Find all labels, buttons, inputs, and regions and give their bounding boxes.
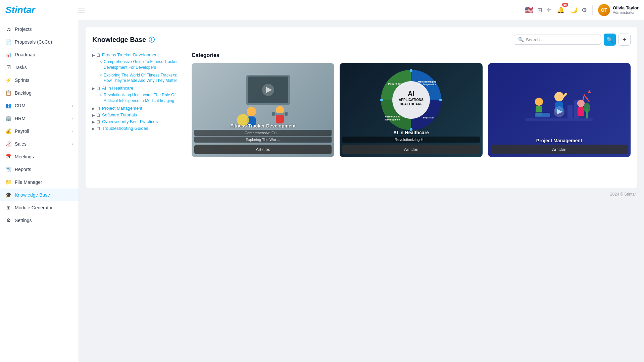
tree-child-label[interactable]: Exploring The World Of Fitness Trackers:… <box>104 72 186 84</box>
tree-item-label-sw[interactable]: Software Tutorials <box>102 112 137 117</box>
svg-text:Medical Imaging: Medical Imaging <box>418 81 436 83</box>
sidebar-item-label: Sales <box>15 141 68 147</box>
tree-item-label-fitness[interactable]: Fitness Tracker Development <box>102 52 159 57</box>
info-icon[interactable]: ℹ <box>149 37 155 43</box>
sidebar-item-hrm[interactable]: 🏢 HRM › <box>0 112 79 125</box>
hamburger-menu[interactable] <box>78 8 85 12</box>
svg-point-36 <box>535 98 543 106</box>
svg-text:APPLICATIONS: APPLICATIONS <box>399 98 424 102</box>
snippet-item: Exploring The Wor ... <box>194 137 332 143</box>
sidebar-item-file-manager[interactable]: 📁 File Manager <box>0 176 79 189</box>
sidebar-item-payroll[interactable]: 💰 Payroll › <box>0 125 79 138</box>
sidebar-item-crm[interactable]: 👥 CRM › <box>0 99 79 112</box>
page-title: Knowledge Base <box>92 36 146 44</box>
hrm-icon: 🏢 <box>5 115 11 121</box>
tree-item-label-trouble[interactable]: Troubleshooting Guides <box>102 126 148 131</box>
sidebar-item-sprints[interactable]: ⚡ Sprints <box>0 74 79 87</box>
folder-icon: 🗒 <box>96 86 101 91</box>
chevron-right-icon: › <box>72 142 73 146</box>
sidebar-item-reports[interactable]: 📉 Reports <box>0 163 79 176</box>
folder-icon: 🗒 <box>96 119 101 124</box>
add-button[interactable]: + <box>618 34 631 46</box>
svg-point-25 <box>410 69 412 72</box>
tree-child-label[interactable]: Revolutionizing Healthcare: The Role Of … <box>104 92 186 104</box>
backlog-icon: 📋 <box>5 90 11 96</box>
tree-item-header-fitness[interactable]: ▶ 🗒 Fitness Tracker Development <box>92 52 186 58</box>
card-ai-title: AI In Healthcare <box>342 128 480 137</box>
sidebar-item-module-generator[interactable]: ⊞ Module Generator <box>0 201 79 214</box>
main-content: Knowledge Base ℹ 🔍 🔍 + <box>79 20 644 362</box>
tree-item-label-ai[interactable]: AI In Healthcare <box>102 86 133 91</box>
search-input[interactable] <box>526 37 597 42</box>
svg-point-4 <box>247 107 256 116</box>
proposals-icon: 📄 <box>5 39 11 45</box>
ai-pie-svg: Patient Care Medical Imaging and Diagnos… <box>378 66 445 134</box>
tree-item-pm: ▶ 🗒 Project Management <box>92 106 186 111</box>
tree-item-header-trouble[interactable]: ▶ 🗒 Troubleshooting Guides <box>92 126 186 131</box>
sidebar-item-projects[interactable]: 🗂 Projects <box>0 23 79 36</box>
header-right: 🇺🇸 ⊞ ✛ 🔔 55 🌙 ⚙ OT Olivia Taylor Adminis… <box>525 4 639 16</box>
categories-area: Categories <box>192 52 631 157</box>
tree-item-label-cyber[interactable]: Cybersecurity Best Practices <box>102 119 158 124</box>
pm-illustration-svg <box>519 68 599 132</box>
sidebar-item-label: File Manager <box>15 179 73 185</box>
notification-wrapper[interactable]: 🔔 55 <box>555 5 566 15</box>
card-fitness-tracker: Fitness Tracker Development Comprehensiv… <box>192 63 334 157</box>
tree-item-header-ai[interactable]: ▶ 🗒 AI In Healthcare <box>92 86 186 91</box>
header-left: Stintar <box>5 5 85 15</box>
articles-button-pm[interactable]: Articles <box>491 145 628 154</box>
snippet-item: Revolutionizing H ... <box>342 137 480 143</box>
card-pm-visual <box>488 63 631 137</box>
tree-child-label[interactable]: Comprehensive Guide To Fitness Tracker D… <box>104 59 186 70</box>
user-info[interactable]: OT Olivia Taylor Administrator <box>598 4 639 16</box>
language-flag[interactable]: 🇺🇸 <box>525 6 533 14</box>
card-ai-footer: AI In Healthcare Revolutionizing H ... A… <box>340 125 482 157</box>
tree-item-header-pm[interactable]: ▶ 🗒 Project Management <box>92 106 186 111</box>
tree-child-item: Exploring The World Of Fitness Trackers:… <box>100 72 186 84</box>
sidebar-item-proposals[interactable]: 📄 Proposals (CoCo) <box>0 36 79 48</box>
article-snippets-ai: Revolutionizing H ... <box>342 137 480 143</box>
grid-icon[interactable]: ⊞ <box>537 6 542 14</box>
article-snippets-fitness: Comprehensive Gui ... Exploring The Wor … <box>194 130 332 143</box>
articles-button-ai[interactable]: Articles <box>342 145 480 154</box>
sidebar-item-roadmap[interactable]: 📊 Roadmap <box>0 48 79 61</box>
header-divider <box>592 5 593 15</box>
sidebar-item-meetings[interactable]: 📅 Meetings <box>0 150 79 163</box>
kb-header: Knowledge Base ℹ 🔍 🔍 + <box>92 34 631 46</box>
sidebar-item-label: Settings <box>15 218 73 223</box>
svg-rect-29 <box>526 118 593 121</box>
meetings-icon: 📅 <box>5 154 11 160</box>
sidebar-item-tasks[interactable]: ☑ Tasks <box>0 61 79 74</box>
sidebar-item-backlog[interactable]: 📋 Backlog <box>0 87 79 99</box>
svg-point-6 <box>276 106 284 114</box>
sidebar-item-knowledge-base[interactable]: 🎓 Knowledge Base <box>0 189 79 201</box>
card-pm-footer: Project Management Articles <box>488 133 631 157</box>
crosshair-icon[interactable]: ✛ <box>546 6 551 14</box>
crm-icon: 👥 <box>5 103 11 109</box>
settings-icon[interactable]: ⚙ <box>582 6 587 14</box>
tree-child-dot <box>100 61 102 63</box>
folder-icon: 🗒 <box>96 53 101 58</box>
sidebar-item-sales[interactable]: 📈 Sales › <box>0 138 79 150</box>
chevron-right-icon: › <box>72 104 73 108</box>
svg-rect-31 <box>567 105 573 118</box>
search-button[interactable]: 🔍 <box>604 34 616 46</box>
dark-mode-icon[interactable]: 🌙 <box>570 6 578 14</box>
tree-item-cyber: ▶ 🗒 Cybersecurity Best Practices <box>92 119 186 124</box>
notification-badge: 55 <box>562 3 568 7</box>
articles-button-fitness[interactable]: Articles <box>194 145 332 154</box>
svg-rect-41 <box>535 113 550 117</box>
tree-item-header-cyber[interactable]: ▶ 🗒 Cybersecurity Best Practices <box>92 119 186 124</box>
tree-item-trouble: ▶ 🗒 Troubleshooting Guides <box>92 126 186 131</box>
svg-text:AI: AI <box>408 90 414 97</box>
sidebar-item-settings[interactable]: ⚙ Settings <box>0 214 79 227</box>
tree-item-label-pm[interactable]: Project Management <box>102 106 142 111</box>
tree-child-item: Revolutionizing Healthcare: The Role Of … <box>100 92 186 104</box>
svg-rect-10 <box>285 112 288 116</box>
chevron-down-icon: ▶ <box>92 53 95 57</box>
tree-children-ai: Revolutionizing Healthcare: The Role Of … <box>100 92 186 104</box>
avatar-image: OT <box>598 4 610 16</box>
tree-item-header-sw[interactable]: ▶ 🗒 Software Tutorials <box>92 112 186 118</box>
layout: 🗂 Projects 📄 Proposals (CoCo) 📊 Roadmap … <box>0 20 644 362</box>
module-generator-icon: ⊞ <box>5 205 11 211</box>
